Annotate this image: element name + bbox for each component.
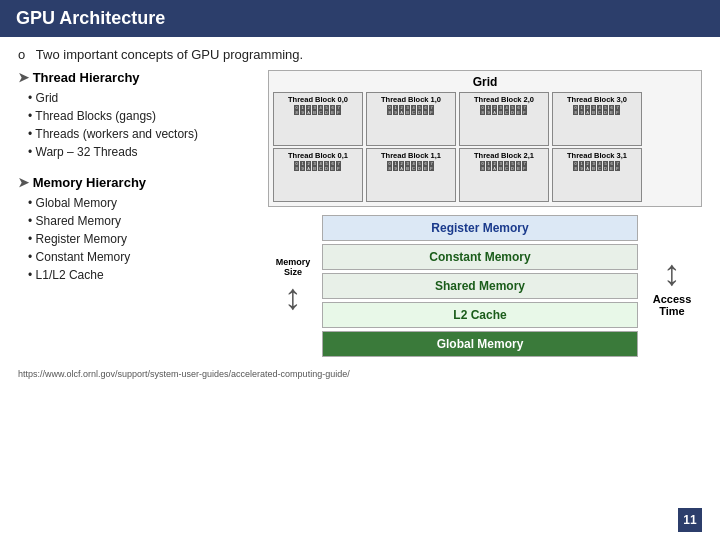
register-memory-box: Register Memory <box>322 215 638 241</box>
list-item: Grid <box>28 89 258 107</box>
grid-row-0: Thread Block 0,0 0123 4567 89AB CDEF Thr… <box>273 92 697 146</box>
thread-block-0-1: Thread Block 0,1 0123 4567 89AB CDEF <box>273 148 363 202</box>
grid-row-1: Thread Block 0,1 0123 4567 89AB CDEF Thr… <box>273 148 697 202</box>
grid-diagram: Grid Thread Block 0,0 0123 4567 89AB CDE… <box>268 70 702 207</box>
thread-hierarchy-list: Grid Thread Blocks (gangs) Threads (work… <box>18 89 258 161</box>
list-item: Warp – 32 Threads <box>28 143 258 161</box>
thread-block-2-1: Thread Block 2,1 0123 4567 89AB CDEF <box>459 148 549 202</box>
access-time-label: Access Time <box>642 293 702 317</box>
thread-block-1-1: Thread Block 1,1 0123 4567 89AB CDEF <box>366 148 456 202</box>
l2-cache-box: L2 Cache <box>322 302 638 328</box>
access-time-col: ↕ Access Time <box>642 255 702 317</box>
title-bar: GPU Architecture <box>0 0 720 37</box>
access-time-arrow-icon: ↕ <box>663 255 681 291</box>
grid-label: Grid <box>273 75 697 89</box>
memory-size-label: Memory Size <box>268 257 318 277</box>
main-point-text: Two important concepts of GPU programmin… <box>36 47 303 62</box>
list-item: L1/L2 Cache <box>28 266 258 284</box>
right-column: Grid Thread Block 0,0 0123 4567 89AB CDE… <box>268 70 702 357</box>
thread-block-1-0: Thread Block 1,0 0123 4567 89AB CDEF <box>366 92 456 146</box>
memory-hierarchy-title: ➤ Memory Hierarchy <box>18 175 258 190</box>
thread-block-0-0: Thread Block 0,0 0123 4567 89AB CDEF <box>273 92 363 146</box>
global-memory-box: Global Memory <box>322 331 638 357</box>
down-arrow-icon: ↕ <box>284 279 302 315</box>
list-item: Threads (workers and vectors) <box>28 125 258 143</box>
shared-memory-box: Shared Memory <box>322 273 638 299</box>
list-item: Global Memory <box>28 194 258 212</box>
slide-title: GPU Architecture <box>16 8 165 28</box>
list-item: Constant Memory <box>28 248 258 266</box>
page-number: 11 <box>678 508 702 532</box>
memory-hierarchy-list: Global Memory Shared Memory Register Mem… <box>18 194 258 284</box>
list-item: Shared Memory <box>28 212 258 230</box>
memory-size-col: Memory Size ↕ <box>268 257 318 315</box>
thread-block-2-0: Thread Block 2,0 0123 4567 89AB CDEF <box>459 92 549 146</box>
footer-url: https://www.olcf.ornl.gov/support/system… <box>18 365 702 379</box>
constant-memory-box: Constant Memory <box>322 244 638 270</box>
list-item: Register Memory <box>28 230 258 248</box>
thread-block-3-1: Thread Block 3,1 0123 4567 89AB CDEF <box>552 148 642 202</box>
thread-block-3-0: Thread Block 3,0 0123 4567 89AB CDEF <box>552 92 642 146</box>
left-column: ➤ Thread Hierarchy Grid Thread Blocks (g… <box>18 70 258 357</box>
bullet-marker: o <box>18 47 32 62</box>
thread-hierarchy-title: ➤ Thread Hierarchy <box>18 70 258 85</box>
list-item: Thread Blocks (gangs) <box>28 107 258 125</box>
memory-boxes-stack: Register Memory Constant Memory Shared M… <box>322 215 638 357</box>
memory-diagram: Memory Size ↕ Register Memory Constant M… <box>268 215 702 357</box>
